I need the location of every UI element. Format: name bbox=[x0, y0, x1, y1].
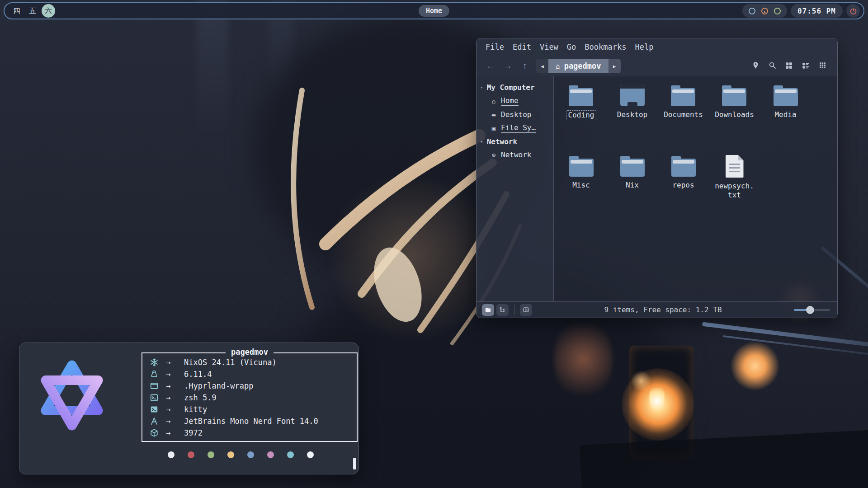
file-documents[interactable]: Documents bbox=[664, 84, 703, 154]
sidebar-section-label: Network bbox=[487, 137, 517, 146]
terminal-cursor bbox=[353, 458, 356, 469]
text-file-icon bbox=[726, 155, 744, 178]
file-label: Downloads bbox=[715, 110, 754, 119]
workspace-四[interactable]: 四 bbox=[10, 4, 24, 18]
status-text: 9 items, Free space: 1.2 TB bbox=[604, 305, 722, 314]
up-button[interactable]: ↑ bbox=[517, 59, 533, 73]
folder-icon bbox=[671, 88, 695, 106]
file-coding[interactable]: Coding bbox=[566, 84, 597, 154]
zoom-slider-knob[interactable] bbox=[806, 306, 814, 314]
fetch-value: .Hyprland-wrapp bbox=[184, 381, 254, 390]
palette-dot bbox=[247, 451, 254, 458]
grid-view-icon[interactable] bbox=[784, 61, 794, 71]
path-bar: ◂ ⌂ pagedmov ▸ bbox=[536, 59, 621, 73]
workspace-五[interactable]: 五 bbox=[26, 4, 39, 18]
sidebar-section: ▾ My Computer ⌂ Home ▬ Desktop ▣ File Sy… bbox=[476, 81, 553, 135]
fetch-row-nix: → NixOS 24.11 (Vicuna) bbox=[149, 357, 352, 368]
path-prev-button[interactable]: ◂ bbox=[536, 59, 548, 73]
window-title: Home bbox=[426, 7, 442, 15]
zoom-slider[interactable] bbox=[794, 305, 830, 314]
menu-edit[interactable]: Edit bbox=[513, 42, 531, 52]
fetch-value: 6.11.4 bbox=[184, 370, 212, 379]
file-downloads[interactable]: Downloads bbox=[715, 84, 754, 154]
nixos-logo bbox=[32, 356, 112, 435]
file-newpsych-txt[interactable]: newpsych.txt bbox=[713, 154, 756, 225]
font-icon bbox=[149, 417, 160, 426]
palette-dot bbox=[188, 451, 194, 458]
palette-dot bbox=[307, 451, 314, 458]
path-label: pagedmov bbox=[564, 61, 601, 70]
wallpaper-candle-flame bbox=[649, 384, 665, 410]
topbar-right: 07:56 PM bbox=[742, 4, 860, 18]
collapse-icon: ▾ bbox=[480, 139, 483, 145]
file-misc[interactable]: Misc bbox=[569, 154, 594, 225]
toolbar: ←→↑ ◂ ⌂ pagedmov ▸ bbox=[476, 56, 837, 76]
fetch-row-terminal: → kitty bbox=[149, 404, 352, 415]
sidebar-section-items: ⌂ Home ▬ Desktop ▣ File Sy… bbox=[476, 94, 553, 135]
menu-view[interactable]: View bbox=[540, 42, 558, 52]
folder-icon bbox=[620, 84, 645, 106]
path-next-button[interactable]: ▸ bbox=[609, 59, 621, 73]
file-label: newpsych.txt bbox=[713, 182, 756, 200]
fm-body: ▾ My Computer ⌂ Home ▬ Desktop ▣ File Sy… bbox=[476, 76, 837, 301]
file-label: repos bbox=[672, 181, 694, 190]
battery-indicator bbox=[774, 8, 781, 14]
clock: 07:56 PM bbox=[791, 4, 843, 18]
sidebar-section-label: My Computer bbox=[487, 83, 535, 92]
panel-toggle-button[interactable] bbox=[520, 304, 532, 316]
sidebar-item-home[interactable]: ⌂ Home bbox=[476, 94, 553, 108]
sidebar-item-label: Desktop bbox=[501, 110, 531, 119]
menu-help[interactable]: Help bbox=[635, 42, 653, 52]
forward-button[interactable]: → bbox=[500, 59, 515, 73]
workspace-六[interactable]: 六 bbox=[42, 4, 55, 18]
file-repos[interactable]: repos bbox=[671, 154, 696, 225]
palette-dot bbox=[287, 451, 294, 458]
packages-icon bbox=[149, 428, 160, 437]
indicator-group bbox=[742, 4, 787, 18]
file-nix[interactable]: Nix bbox=[620, 154, 645, 225]
fetch-value: zsh 5.9 bbox=[184, 393, 217, 402]
folder-icon bbox=[620, 159, 645, 177]
file-grid: Coding Desktop Documents Downloads Media… bbox=[556, 84, 811, 225]
arrow-icon: → bbox=[166, 405, 177, 414]
menu-go[interactable]: Go bbox=[567, 42, 576, 52]
sidebar-item-filesy[interactable]: ▣ File Sy… bbox=[476, 121, 553, 135]
list-view-icon[interactable] bbox=[801, 61, 811, 71]
search-icon[interactable] bbox=[767, 61, 777, 71]
tree-view-button[interactable] bbox=[496, 304, 509, 316]
terminal-icon bbox=[149, 405, 160, 414]
sidebar-section-header[interactable]: ▾ Network bbox=[476, 135, 553, 148]
arrow-icon: → bbox=[166, 393, 177, 402]
sidebar-section-items: ⊕ Network bbox=[476, 148, 553, 161]
fetch-row-font: → JetBrains Mono Nerd Font 14.0 bbox=[149, 415, 352, 427]
back-button[interactable]: ← bbox=[483, 59, 498, 73]
arrow-icon: → bbox=[166, 358, 177, 367]
home-icon: ⌂ bbox=[556, 62, 560, 70]
file-media[interactable]: Media bbox=[774, 84, 798, 154]
fetch-value: JetBrains Mono Nerd Font 14.0 bbox=[184, 417, 318, 426]
compact-view-icon[interactable] bbox=[817, 61, 827, 71]
sidebar-section-header[interactable]: ▾ My Computer bbox=[476, 81, 553, 94]
menu-bookmarks[interactable]: Bookmarks bbox=[585, 42, 626, 52]
view-mode-buttons bbox=[482, 304, 509, 316]
menu-file[interactable]: File bbox=[486, 42, 504, 52]
file-label: Desktop bbox=[617, 110, 647, 119]
sidebar-item-label: Network bbox=[501, 150, 531, 159]
toolbar-icons bbox=[750, 61, 831, 71]
nix-icon bbox=[149, 358, 160, 367]
path-button[interactable]: ⌂ pagedmov bbox=[548, 59, 609, 73]
palette-dot bbox=[208, 451, 214, 458]
folder-icon bbox=[671, 159, 696, 177]
network-indicator bbox=[749, 8, 755, 14]
location-pin-icon[interactable] bbox=[750, 61, 760, 71]
fetch-row-wm: → .Hyprland-wrapp bbox=[149, 380, 352, 392]
folder-view-button[interactable] bbox=[482, 304, 494, 316]
fetch-box: pagedmov → NixOS 24.11 (Vicuna) → 6.11.4… bbox=[142, 352, 358, 442]
file-desktop[interactable]: Desktop bbox=[617, 84, 647, 154]
fetch-title: pagedmov bbox=[226, 347, 274, 357]
power-button[interactable] bbox=[846, 4, 860, 18]
fetch-rows: → NixOS 24.11 (Vicuna) → 6.11.4 → .Hyprl… bbox=[149, 357, 352, 439]
file-label: Misc bbox=[572, 181, 590, 190]
sidebar-item-network[interactable]: ⊕ Network bbox=[476, 148, 553, 161]
sidebar-item-desktop[interactable]: ▬ Desktop bbox=[476, 108, 553, 121]
